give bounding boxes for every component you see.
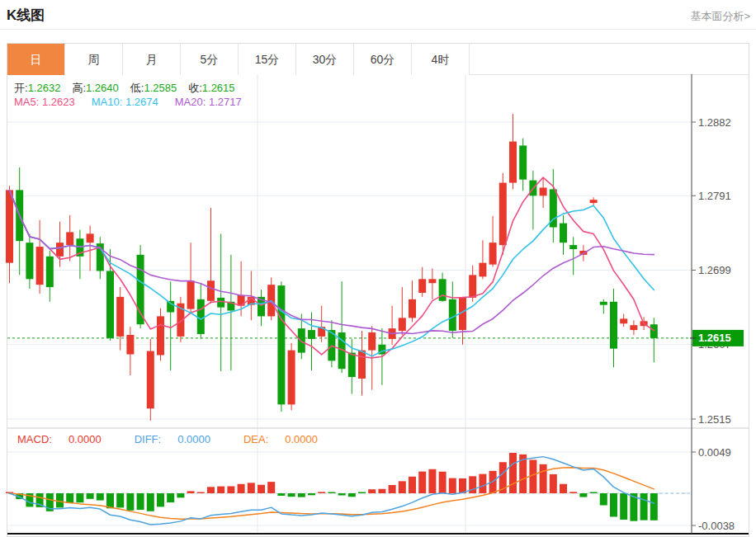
diff-value-readout: DIFF:0.0000 bbox=[135, 433, 227, 445]
ma10-value: 1.2674 bbox=[125, 96, 158, 108]
ma5-readout: MA5: 1.2623 bbox=[14, 96, 75, 108]
ma20-readout: MA20: 1.2717 bbox=[175, 96, 242, 108]
timeframe-tabs: 日 周 月 5分 15分 30分 60分 4时 bbox=[7, 44, 749, 75]
macd-value: 0.0000 bbox=[69, 433, 102, 445]
fundamental-analysis-link[interactable]: 基本面分析> bbox=[690, 9, 750, 24]
open-value: 1.2632 bbox=[28, 82, 61, 94]
diff-value: 0.0000 bbox=[177, 433, 210, 445]
close-label: 收: bbox=[188, 82, 202, 94]
tab-5min[interactable]: 5分 bbox=[181, 44, 239, 75]
dea-value: 0.0000 bbox=[285, 433, 318, 445]
header-divider bbox=[0, 29, 756, 30]
page-title: K线图 bbox=[7, 6, 45, 25]
ma5-value: 1.2623 bbox=[42, 96, 75, 108]
dea-label: DEA: bbox=[243, 433, 268, 445]
ma5-label: MA5: bbox=[14, 96, 39, 108]
macd-value-readout: MACD:0.0000 bbox=[17, 433, 118, 445]
tab-60min[interactable]: 60分 bbox=[354, 44, 412, 75]
low-label: 低: bbox=[130, 82, 144, 94]
macd-readout: MACD:0.0000DIFF:0.0000DEA:0.0000 bbox=[17, 433, 351, 445]
tab-15min[interactable]: 15分 bbox=[239, 44, 296, 75]
tab-30min[interactable]: 30分 bbox=[296, 44, 354, 75]
macd-label: MACD: bbox=[17, 433, 52, 445]
close-value: 1.2615 bbox=[202, 82, 235, 94]
ohlc-readout: 开:1.2632高:1.2640低:1.2585收:1.2615 bbox=[14, 81, 247, 96]
tab-day[interactable]: 日 bbox=[7, 44, 65, 75]
tab-month[interactable]: 月 bbox=[123, 44, 181, 75]
ma10-readout: MA10: 1.2674 bbox=[92, 96, 158, 108]
ma10-label: MA10: bbox=[92, 96, 123, 108]
ma20-value: 1.2717 bbox=[209, 96, 242, 108]
low-value: 1.2585 bbox=[144, 82, 177, 94]
ma20-label: MA20: bbox=[175, 96, 206, 108]
tab-4hour[interactable]: 4时 bbox=[412, 44, 470, 75]
kline-chart-container: 日 周 月 5分 15分 30分 60分 4时 开:1.2632高:1.2640… bbox=[7, 43, 749, 537]
diff-label: DIFF: bbox=[135, 433, 162, 445]
dea-value-readout: DEA:0.0000 bbox=[243, 433, 334, 445]
high-value: 1.2640 bbox=[86, 82, 119, 94]
kline-page: K线图 基本面分析> 日 周 月 5分 15分 30分 60分 4时 开:1.2… bbox=[0, 0, 756, 537]
ma-readout: MA5: 1.2623MA10: 1.2674MA20: 1.2717 bbox=[14, 96, 258, 108]
open-label: 开: bbox=[14, 82, 28, 94]
high-label: 高: bbox=[72, 82, 86, 94]
tab-week[interactable]: 周 bbox=[65, 44, 123, 75]
